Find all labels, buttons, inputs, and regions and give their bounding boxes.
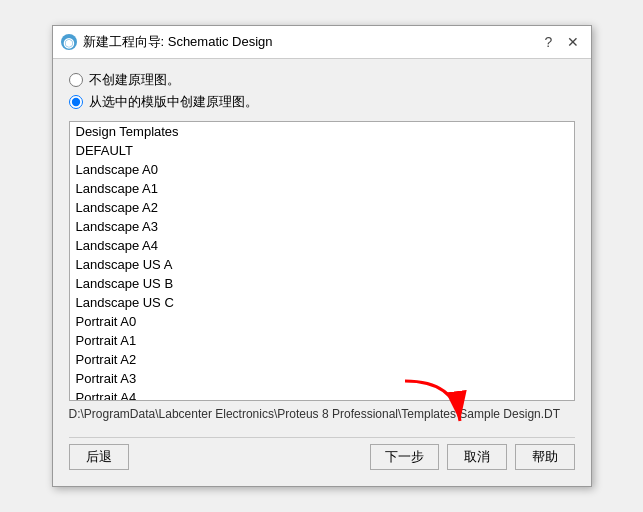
list-item[interactable]: Landscape A2 (70, 198, 574, 217)
list-item[interactable]: Landscape A1 (70, 179, 574, 198)
dialog-title: 新建工程向导: Schematic Design (83, 33, 273, 51)
list-item[interactable]: Portrait A0 (70, 312, 574, 331)
btn-left: 后退 (69, 444, 129, 470)
list-item[interactable]: Landscape US A (70, 255, 574, 274)
list-item[interactable]: Landscape US B (70, 274, 574, 293)
back-button[interactable]: 后退 (69, 444, 129, 470)
radio-option-2[interactable]: 从选中的模版中创建原理图。 (69, 93, 575, 111)
title-bar-controls: ? ✕ (539, 32, 583, 52)
dialog-content: 不创建原理图。 从选中的模版中创建原理图。 Design Templates D… (53, 59, 591, 486)
btn-right: 下一步 取消 帮助 (370, 444, 575, 470)
list-item[interactable]: Landscape A3 (70, 217, 574, 236)
template-list[interactable]: Design Templates DEFAULTLandscape A0Land… (69, 121, 575, 401)
list-item[interactable]: Landscape A4 (70, 236, 574, 255)
help-dialog-button[interactable]: 帮助 (515, 444, 575, 470)
radio-from-template[interactable] (69, 95, 83, 109)
path-display: D:\ProgramData\Labcenter Electronics\Pro… (69, 407, 575, 427)
title-bar: ◉ 新建工程向导: Schematic Design ? ✕ (53, 26, 591, 59)
button-row: 后退 下一步 取消 帮助 (69, 437, 575, 474)
list-item[interactable]: Landscape A0 (70, 160, 574, 179)
list-item[interactable]: Landscape US C (70, 293, 574, 312)
help-button[interactable]: ? (539, 32, 559, 52)
app-icon: ◉ (61, 34, 77, 50)
radio-group: 不创建原理图。 从选中的模版中创建原理图。 (69, 71, 575, 111)
list-item[interactable]: Portrait A3 (70, 369, 574, 388)
list-item[interactable]: Portrait A2 (70, 350, 574, 369)
dialog: ◉ 新建工程向导: Schematic Design ? ✕ 不创建原理图。 从… (52, 25, 592, 487)
radio-option-2-label: 从选中的模版中创建原理图。 (89, 93, 258, 111)
radio-option-1-label: 不创建原理图。 (89, 71, 180, 89)
list-item[interactable]: Portrait A4 (70, 388, 574, 401)
radio-option-1[interactable]: 不创建原理图。 (69, 71, 575, 89)
list-item[interactable]: Portrait A1 (70, 331, 574, 350)
next-button[interactable]: 下一步 (370, 444, 439, 470)
radio-no-schematic[interactable] (69, 73, 83, 87)
title-bar-left: ◉ 新建工程向导: Schematic Design (61, 33, 273, 51)
arrow-wrapper: 后退 下一步 取消 帮助 (69, 437, 575, 474)
close-button[interactable]: ✕ (563, 32, 583, 52)
cancel-button[interactable]: 取消 (447, 444, 507, 470)
list-item[interactable]: DEFAULT (70, 141, 574, 160)
list-header: Design Templates (70, 122, 574, 141)
